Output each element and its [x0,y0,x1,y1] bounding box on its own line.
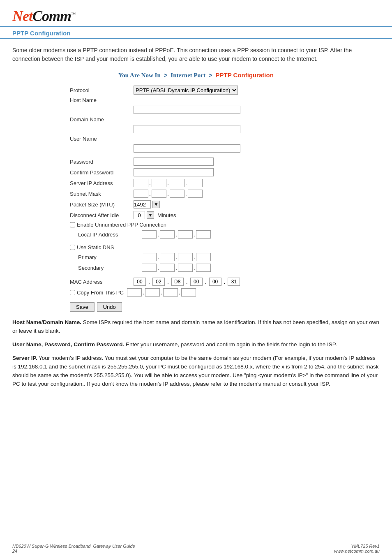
page-title-bar: PPTP Configuration [0,27,392,39]
user-name-label: User Name [70,136,134,142]
host-name-label: Host Name [70,97,134,103]
primary-octet1[interactable] [142,253,157,261]
copy-ip-octet2[interactable] [145,288,160,297]
undo-button[interactable]: Undo [97,302,122,312]
header: NetComm™ [0,0,392,27]
save-button[interactable]: Save [70,302,95,312]
domain-name-input[interactable] [134,125,240,133]
local-ip-octet1[interactable] [142,230,157,239]
mac-input-3[interactable] [171,278,184,286]
user-name-input-row [70,144,284,153]
mac-input-6[interactable] [228,278,240,286]
use-static-dns-row: Use Static DNS [70,244,284,250]
user-name-row: User Name [70,136,284,142]
confirm-password-input[interactable] [134,168,214,176]
host-name-input[interactable] [134,106,240,114]
enable-unnumbered-checkbox[interactable] [70,222,75,227]
protocol-label: Protocol [70,87,134,93]
primary-dns-group: . . . [142,253,211,261]
bottom-section: Host Name/Domain Name. Some ISPs require… [0,318,392,388]
disconnect-input[interactable] [134,211,145,219]
primary-octet2[interactable] [160,253,175,261]
copy-ip-octet4[interactable] [181,288,196,297]
secondary-octet3[interactable] [178,264,193,272]
packet-size-label: Packet Size (MTU) [70,202,134,208]
logo-comm: Comm [32,8,71,24]
bottom-para2: User Name, Password, Confirm Password. E… [12,341,380,349]
server-ip-octet3[interactable] [170,179,184,187]
password-label: Password [70,159,134,165]
logo-net: Net [12,8,32,24]
server-ip-octet4[interactable] [188,179,203,187]
breadcrumb-you-are: You Are Now In [118,72,161,79]
breadcrumb-internet-port: Internet Port [171,72,205,79]
local-ip-octet2[interactable] [160,230,175,239]
user-name-input[interactable] [134,144,240,153]
copy-ip-octet1[interactable] [127,288,142,297]
bottom-para1: Host Name/Domain Name. Some ISPs require… [12,318,380,336]
password-input[interactable] [134,158,214,166]
primary-octet3[interactable] [178,253,193,261]
server-ip-octet2[interactable] [152,179,166,187]
subnet-octet2[interactable] [152,190,166,198]
subnet-mask-row: Subnet Mask . . . [70,190,284,198]
mac-input-4[interactable] [190,278,203,286]
protocol-select[interactable]: PPTP (ADSL Dynamic IP Configuration) [134,86,238,95]
packet-size-dropdown[interactable]: ▼ [152,201,160,208]
breadcrumb-current: PPTP Configuration [215,72,273,79]
copy-ip-octet3[interactable] [163,288,178,297]
form-container: Protocol PPTP (ADSL Dynamic IP Configura… [70,86,284,312]
local-ip-octet4[interactable] [196,230,211,239]
secondary-octet4[interactable] [196,264,211,272]
mac-address-row: MAC Address . . . . . [70,278,284,286]
primary-dns-label: Primary [78,254,142,260]
main-content: Some older modems use a PPTP connection … [0,39,392,312]
server-ip-label: Server IP Address [70,180,134,186]
breadcrumb-sep2: > [209,72,212,79]
mac-input-2[interactable] [152,278,165,286]
footer-left: NB620W Super-G Wireless Broadband Gatewa… [12,544,135,554]
secondary-octet1[interactable] [142,264,157,272]
enable-unnumbered-row: Enable Unnumbered PPP Connection [70,222,284,228]
copy-from-pc-checkbox[interactable] [70,290,75,295]
domain-name-label: Domain Name [70,116,134,123]
copy-from-pc-row: Copy From This PC . . . [70,288,284,297]
password-row: Password [70,158,284,166]
bottom-para1-bold: Host Name/Domain Name. [12,319,81,325]
domain-name-input-row [70,125,284,133]
primary-dns-row: Primary . . . [70,253,284,261]
subnet-octet4[interactable] [188,190,203,198]
footer: NB620W Super-G Wireless Broadband Gatewa… [0,541,392,556]
bottom-para2-text: Enter your username, password and confir… [124,341,337,348]
secondary-octet2[interactable] [160,264,175,272]
mac-input-1[interactable] [134,278,146,286]
subnet-octet3[interactable] [170,190,184,198]
bottom-para2-bold: User Name, Password, Confirm Password. [12,341,124,348]
server-ip-group: . . . [134,179,203,187]
use-static-dns-checkbox[interactable] [70,245,75,250]
local-ip-label: Local IP Address [78,232,142,238]
button-row: Save Undo [70,302,284,312]
bottom-para3: Server IP. Your modem's IP address. You … [12,354,380,389]
secondary-dns-label: Secondary [78,265,142,271]
breadcrumb-sep1: > [164,72,168,79]
subnet-mask-label: Subnet Mask [70,191,134,197]
logo: NetComm™ [12,7,75,26]
server-ip-octet1[interactable] [134,179,148,187]
packet-size-input[interactable] [134,200,151,208]
disconnect-row: Disconnect After Idle ▼ Minutes [70,211,284,219]
mac-input-5[interactable] [209,278,221,286]
confirm-password-label: Confirm Password [70,169,134,176]
disconnect-dropdown[interactable]: ▼ [147,211,154,219]
bottom-para3-bold: Server IP. [12,355,37,361]
copy-from-pc-ip-group: . . . [127,288,196,297]
mac-address-label: MAC Address [70,279,134,285]
secondary-dns-row: Secondary . . . [70,264,284,272]
subnet-octet1[interactable] [134,190,148,198]
primary-octet4[interactable] [196,253,211,261]
host-name-input-row [70,106,284,114]
minutes-label: Minutes [157,212,176,218]
host-name-row: Host Name [70,97,284,103]
secondary-dns-group: . . . [142,264,211,272]
local-ip-octet3[interactable] [178,230,193,239]
